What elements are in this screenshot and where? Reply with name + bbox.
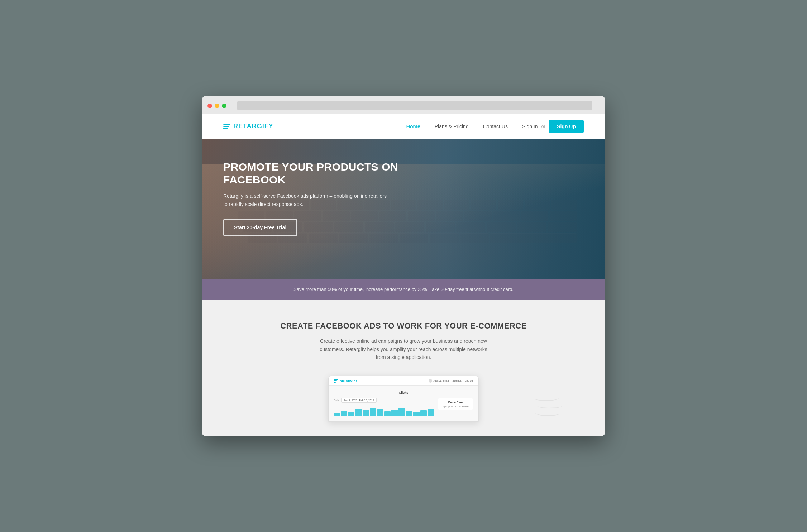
mockup-logo-text: RETARGIFY [340,379,358,382]
chart-bar [363,410,369,416]
logo-text: RETARGIFY [233,123,273,130]
chart-bar [398,408,405,416]
mockup-logout[interactable]: Log out [465,379,473,382]
logo[interactable]: RETARGIFY [223,123,273,130]
features-bottom-area: RETARGIFY Jessica Smith Settings Log out [223,376,584,422]
chart-bar [377,409,383,416]
browser-dots [207,104,226,108]
logo-line-1 [223,124,230,125]
chart-bar [334,413,340,416]
hero-subtitle: Retargify is a self-serve Facebook ads p… [223,192,388,208]
hero-section: PROMOTE YOUR PRODUCTS ON FACEBOOK Retarg… [202,139,605,279]
promo-band: Save more than 50% of your time, increas… [202,279,605,300]
chart-bar [406,411,412,416]
mockup-plan-title: Basic Plan [440,401,471,404]
nav-link-contact[interactable]: Contact Us [483,124,508,129]
navbar: RETARGIFY Home Plans & Pricing Contact U… [202,114,605,139]
chart-bar [413,412,420,416]
hero-title: PROMOTE YOUR PRODUCTS ON FACEBOOK [223,160,402,186]
chart-bar [355,409,362,416]
mockup-date-range: Date: Feb 9, 2015 - Feb 16, 2015 [334,398,434,403]
chart-bar [384,411,391,416]
logo-line-3 [223,128,228,129]
chart-bar [420,410,427,416]
mockup-left: Date: Feb 9, 2015 - Feb 16, 2015 [334,398,434,416]
features-section: CREATE FACEBOOK ADS TO WORK FOR YOUR E-C… [202,300,605,436]
chart-bar [391,410,398,416]
hero-content: PROMOTE YOUR PRODUCTS ON FACEBOOK Retarg… [202,139,424,236]
signin-link[interactable]: Sign In [522,124,538,129]
browser-window: RETARGIFY Home Plans & Pricing Contact U… [202,96,605,436]
logo-line-2 [223,126,229,127]
mockup-metric-title: Clicks [334,391,473,394]
chart-bar [428,409,434,416]
mockup-logo-line-1 [334,379,338,380]
nav-or-text: or [541,124,546,129]
mockup-plan-detail: 2 projects of 5 available [440,405,471,408]
trial-button[interactable]: Start 30-day Free Trial [223,219,297,236]
mockup-row: Date: Feb 9, 2015 - Feb 16, 2015 [334,398,473,416]
mockup-logo-line-3 [334,382,336,383]
mockup-logo-line-2 [334,380,337,381]
logo-icon [223,124,230,129]
mockup-settings[interactable]: Settings [452,379,461,382]
features-description: Create effective online ad campaigns to … [317,337,490,361]
url-bar[interactable] [237,101,592,110]
decorative-waves [534,393,562,418]
page-content: RETARGIFY Home Plans & Pricing Contact U… [202,114,605,436]
mockup-chart [334,406,434,416]
mockup-user-name: Jessica Smith [429,379,449,383]
nav-link-plans[interactable]: Plans & Pricing [435,124,469,129]
mockup-plan-box: Basic Plan 2 projects of 5 available [438,398,473,410]
features-title: CREATE FACEBOOK ADS TO WORK FOR YOUR E-C… [223,321,584,331]
dot-yellow[interactable] [215,104,219,108]
promo-text: Save more than 50% of your time, increas… [223,287,584,292]
mockup-nav-right: Jessica Smith Settings Log out [429,379,473,383]
dashboard-mockup: RETARGIFY Jessica Smith Settings Log out [328,376,479,422]
mockup-logo-lines [334,379,338,383]
browser-chrome [202,96,605,114]
chart-bar [341,411,347,416]
mockup-right: Basic Plan 2 projects of 5 available [438,398,473,416]
nav-link-home[interactable]: Home [406,124,420,129]
dot-green[interactable] [222,104,226,108]
dot-red[interactable] [207,104,212,108]
nav-auth: Sign In or Sign Up [522,120,584,133]
mockup-logo: RETARGIFY [334,379,358,383]
signup-button[interactable]: Sign Up [549,120,584,133]
mockup-body: Clicks Date: Feb 9, 2015 - Feb 16, 2015 [329,386,478,421]
chart-bar [370,408,376,416]
nav-links: Home Plans & Pricing Contact Us [406,124,508,129]
mockup-date-picker[interactable]: Feb 9, 2015 - Feb 16, 2015 [341,398,377,403]
chart-bar [348,412,354,416]
mockup-date-label: Date: [334,399,340,402]
mockup-header: RETARGIFY Jessica Smith Settings Log out [329,376,478,386]
